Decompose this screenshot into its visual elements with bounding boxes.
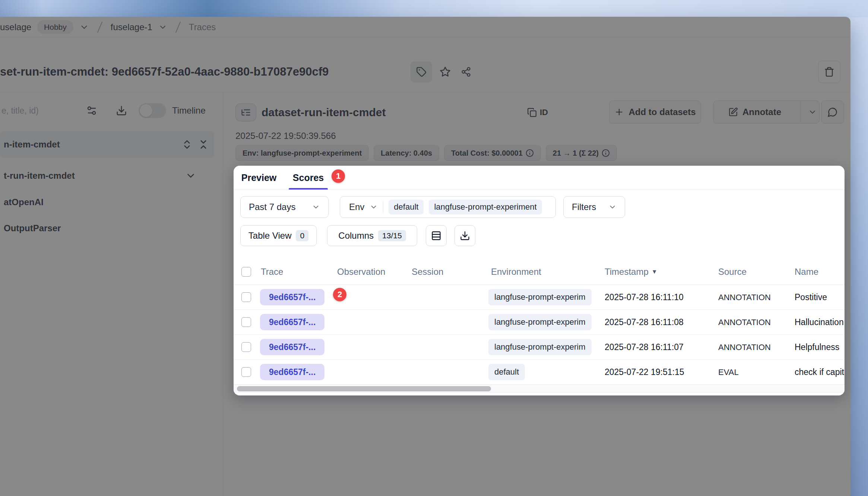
info-icon[interactable] <box>526 149 534 157</box>
column-header-environment[interactable]: Environment <box>491 259 541 285</box>
tree-item[interactable]: OutputParser <box>0 219 214 238</box>
table-row[interactable]: 9ed6657f-... 2 langfuse-prompt-experim 2… <box>234 285 845 310</box>
sort-desc-icon: ▼ <box>652 268 658 275</box>
env-value-chip[interactable]: langfuse-prompt-experiment <box>429 200 542 214</box>
annotate-split-button: Annotate <box>713 101 820 124</box>
expand-all-icon[interactable] <box>181 139 193 150</box>
backdrop-top-gradient <box>0 0 868 18</box>
columns-count: 13/15 <box>378 230 406 241</box>
column-header-name[interactable]: Name <box>795 259 818 285</box>
trace-link[interactable]: 9ed6657f-... <box>260 339 324 355</box>
filters-button[interactable]: Filters <box>563 196 625 218</box>
scrollbar-thumb[interactable] <box>237 386 491 391</box>
share-button[interactable] <box>457 64 475 80</box>
columns-button[interactable]: Columns 13/15 <box>327 225 417 246</box>
divider <box>0 92 850 92</box>
star-button[interactable] <box>436 63 454 81</box>
table-view-count: 0 <box>296 230 308 241</box>
info-icon[interactable] <box>602 149 610 157</box>
column-header-observation[interactable]: Observation <box>337 259 385 285</box>
search-input[interactable] <box>1 102 76 119</box>
source-cell: EVAL <box>718 360 739 385</box>
env-filter[interactable]: Env default langfuse-prompt-experiment <box>340 196 556 218</box>
column-header-timestamp[interactable]: Timestamp ▼ <box>605 259 658 285</box>
annotate-dropdown-button[interactable] <box>805 101 819 123</box>
page-title: set-run-item-cmdet: 9ed6657f-52a0-4aac-9… <box>0 61 329 83</box>
tree-item[interactable]: atOpenAI <box>0 193 214 212</box>
source-cell: ANNOTATION <box>718 285 771 310</box>
row-checkbox[interactable] <box>241 367 251 377</box>
divider <box>0 37 850 38</box>
env-value-chip[interactable]: default <box>389 200 424 214</box>
name-cell: Hallucination <box>795 310 845 335</box>
observation-badges: Env: langfuse-prompt-experiment Latency:… <box>235 145 617 161</box>
tree-item-label: t-run-item-cmdet <box>4 171 75 181</box>
timestamp-cell: 2025-07-28 16:11:07 <box>605 335 684 360</box>
row-checkbox[interactable] <box>241 292 251 302</box>
table-view-button[interactable]: Table View 0 <box>240 225 317 246</box>
view-settings-button[interactable] <box>83 102 101 119</box>
export-button[interactable] <box>454 225 475 246</box>
plan-badge: Hobby <box>37 20 73 34</box>
chevron-down-icon[interactable] <box>79 22 89 32</box>
breadcrumb: uselage Hobby fuselage-1 Traces <box>0 17 216 37</box>
rows-icon <box>431 230 441 241</box>
download-tree-button[interactable] <box>113 102 130 119</box>
divider <box>383 201 383 213</box>
column-header-trace[interactable]: Trace <box>261 259 283 285</box>
share-icon <box>461 67 471 77</box>
add-to-datasets-button[interactable]: Add to datasets <box>609 101 701 124</box>
observation-timestamp: 2025-07-22 19:50:39.566 <box>235 128 336 144</box>
tab-scores[interactable]: Scores <box>289 166 328 190</box>
annotate-button[interactable]: Annotate <box>713 101 796 123</box>
horizontal-scrollbar[interactable] <box>234 384 845 392</box>
name-cell: check if capital <box>795 360 845 385</box>
collapse-all-icon[interactable] <box>198 139 209 150</box>
sliders-icon <box>86 105 97 116</box>
trace-link[interactable]: 9ed6657f-... <box>260 314 324 330</box>
tab-preview[interactable]: Preview <box>240 166 278 190</box>
trace-link[interactable]: 9ed6657f-... <box>260 289 324 305</box>
table-row[interactable]: 9ed6657f-... langfuse-prompt-experim 202… <box>234 335 845 360</box>
timeline-toggle[interactable] <box>139 103 166 118</box>
row-checkbox[interactable] <box>241 342 251 352</box>
chevron-down-icon[interactable] <box>185 170 196 181</box>
column-header-session[interactable]: Session <box>412 259 443 285</box>
observation-title: dataset-run-item-cmdet <box>262 102 386 123</box>
row-checkbox[interactable] <box>241 317 251 327</box>
comments-button[interactable] <box>821 101 844 124</box>
breadcrumb-separator <box>95 20 105 34</box>
tree-item[interactable]: t-run-item-cmdet <box>0 166 214 185</box>
table-row[interactable]: 9ed6657f-... langfuse-prompt-experim 202… <box>234 310 845 335</box>
tag-button[interactable] <box>411 61 432 82</box>
sidebar-divider <box>223 92 223 496</box>
env-badge: Env: langfuse-prompt-experiment <box>235 145 369 161</box>
name-cell: Helpfulness <box>795 335 845 360</box>
edit-icon <box>728 107 738 117</box>
breadcrumb-separator <box>173 20 183 34</box>
chevron-down-icon <box>808 108 817 117</box>
date-range-select[interactable]: Past 7 days <box>240 196 329 218</box>
trace-link[interactable]: 9ed6657f-... <box>260 364 324 380</box>
plus-icon <box>614 107 624 117</box>
scores-panel: Preview Scores 1 Past 7 days Env default… <box>234 166 845 395</box>
column-header-source[interactable]: Source <box>718 259 747 285</box>
breadcrumb-org[interactable]: uselage <box>0 22 31 32</box>
source-cell: ANNOTATION <box>718 310 771 335</box>
delete-button[interactable] <box>818 61 840 83</box>
tree-item-selected[interactable]: n-item-cmdet <box>0 131 214 158</box>
tree-item-label: OutputParser <box>4 223 61 233</box>
annotation-marker-1: 1 <box>332 169 345 183</box>
tree-item-label: n-item-cmdet <box>4 139 60 150</box>
star-icon <box>440 66 451 77</box>
breadcrumb-section[interactable]: Traces <box>189 22 216 32</box>
copy-id-button[interactable]: ID <box>527 102 548 123</box>
table-row[interactable]: 9ed6657f-... default 2025-07-22 19:51:15… <box>234 360 845 385</box>
chevron-down-icon[interactable] <box>158 23 167 32</box>
breadcrumb-project[interactable]: fuselage-1 <box>111 22 152 32</box>
select-all-checkbox[interactable] <box>241 267 251 277</box>
timestamp-cell: 2025-07-22 19:51:15 <box>605 360 684 385</box>
row-height-button[interactable] <box>426 225 447 246</box>
comment-icon <box>827 107 838 117</box>
cost-badge: Total Cost: $0.00001 <box>444 145 541 161</box>
